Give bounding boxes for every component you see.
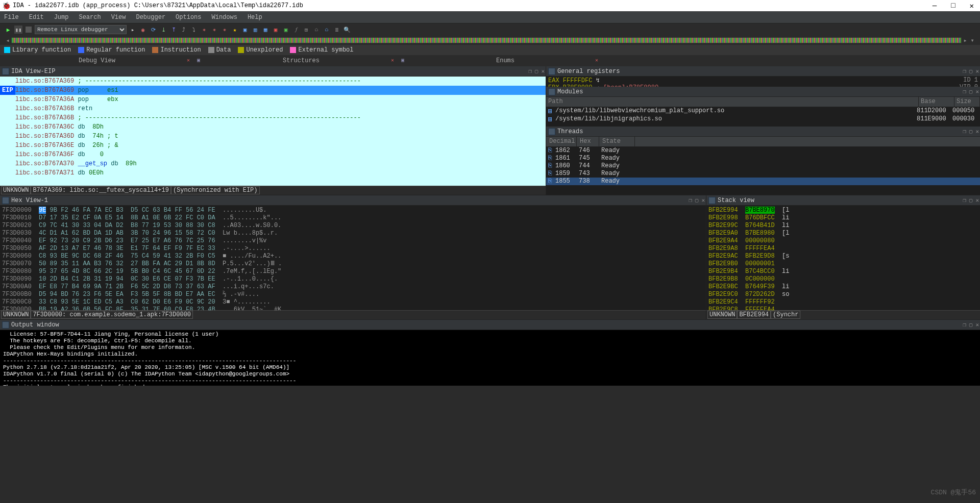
nav-left-icon[interactable]: ◂: [4, 37, 11, 44]
tab-icon[interactable]: ▣: [401, 55, 404, 66]
hex-line[interactable]: 7F3D00C0 33 C8 93 5E 1C ED C5 A3 C0 62 D…: [2, 298, 704, 306]
panel-min-icon[interactable]: ▢: [969, 321, 973, 328]
tool-icon[interactable]: ◉: [139, 26, 147, 34]
hex-line[interactable]: 7F3D0080 95 37 65 4D 8C 66 2C 19 5B B0 C…: [2, 268, 704, 275]
panel-min-icon[interactable]: ▢: [969, 88, 973, 95]
panel-close-icon[interactable]: ✕: [975, 128, 979, 135]
panel-min-icon[interactable]: ▢: [969, 128, 973, 135]
disasm-line[interactable]: libc.so:B767A36B ; ---------------------…: [15, 113, 546, 122]
run-button[interactable]: ▶: [4, 26, 12, 34]
disasm-line[interactable]: libc.so:B767A36A pop ebx: [15, 95, 546, 104]
panel-title[interactable]: IDA View-EIP ❐▢✕: [0, 66, 546, 77]
tab-icon[interactable]: ▣: [197, 55, 200, 66]
close-icon[interactable]: ✕: [595, 55, 598, 66]
disasm-line[interactable]: libc.so:B767A370 __get_sp db 89h: [15, 159, 546, 168]
stop-button[interactable]: [24, 26, 33, 34]
panel-restore-icon[interactable]: ❐: [963, 128, 966, 135]
hex-line[interactable]: 7F3D0050 AF 2D 13 A7 E7 46 78 3E E1 7F 6…: [2, 245, 704, 253]
tool-icon[interactable]: ▥: [251, 26, 259, 34]
thread-row[interactable]: ⎘1861745Ready: [546, 155, 980, 162]
module-row[interactable]: ▤/system/lib/libwebviewchromium_plat_sup…: [546, 107, 980, 115]
stack-line[interactable]: BFB2E9B4 B7C4BCC0 li: [708, 268, 978, 275]
tool-icon[interactable]: ⊞: [302, 26, 310, 34]
stack-line[interactable]: BFB2E9C0 872D262D so: [708, 291, 978, 298]
menu-jump[interactable]: Jump: [54, 14, 69, 21]
disasm-line[interactable]: libc.so:B767A36E db 26h ; &: [15, 141, 546, 150]
debugger-select[interactable]: Remote Linux debugger: [35, 25, 127, 34]
panel-close-icon[interactable]: ✕: [975, 68, 979, 74]
navigation-band[interactable]: ◂ ▸ ▾: [0, 36, 980, 45]
module-row[interactable]: ▤/system/lib/libjnigraphics.so811E900000…: [546, 115, 980, 123]
tab-structures[interactable]: Structures✕: [204, 55, 398, 66]
hex-line[interactable]: 7F3D0060 C8 93 BE 9C DC 68 2F 46 75 C4 5…: [2, 253, 704, 260]
stack-list[interactable]: BFB2E994 B7BE8970 [lBFB2E998 B76DBFCC li…: [706, 206, 980, 310]
panel-restore-icon[interactable]: ❐: [963, 197, 966, 204]
disasm-line[interactable]: libc.so:B767A369 ; ---------------------…: [15, 77, 546, 86]
output-text[interactable]: License: 57-BF5F-7D44-11 Jiang Ying, Per…: [0, 330, 980, 386]
tool-icon[interactable]: ⌂: [323, 26, 331, 34]
stack-line[interactable]: BFB2E9A0 B7BE8980 [l: [708, 230, 978, 237]
menu-file[interactable]: File: [4, 14, 19, 21]
panel-close-icon[interactable]: ✕: [541, 68, 545, 74]
panel-min-icon[interactable]: ▢: [535, 68, 538, 74]
panel-min-icon[interactable]: ▢: [695, 197, 699, 204]
stack-line[interactable]: BFB2E9AC BFB2E9D8 [s: [708, 253, 978, 260]
menu-options[interactable]: Options: [176, 14, 201, 21]
stack-line[interactable]: BFB2E9B0 00000001: [708, 260, 978, 268]
tool-icon[interactable]: ▣: [272, 26, 280, 34]
disasm-view[interactable]: EIP libc.so:B767A369 ; -----------------…: [0, 77, 546, 186]
panel-close-icon[interactable]: ✕: [975, 321, 979, 328]
menu-search[interactable]: Search: [79, 14, 101, 21]
hex-line[interactable]: 7F3D0030 4C D1 A1 62 BD DA 1D AB 3B 70 2…: [2, 230, 704, 237]
stack-line[interactable]: BFB2E998 B76DBFCC li: [708, 214, 978, 222]
hex-line[interactable]: 7F3D0010 D7 17 35 E2 CF 0A E5 14 8B A1 0…: [2, 214, 704, 222]
stack-line[interactable]: BFB2E99C B764B41D li: [708, 222, 978, 230]
registers-list[interactable]: EAX FFFFFDFC ↯ ID 1EBX B78E8980 ⇾ [heap]…: [546, 77, 980, 87]
hex-dump[interactable]: 7F3D0000 9E 9B F2 46 FA 7A EC B3 D5 CC 6…: [0, 206, 706, 310]
panel-min-icon[interactable]: ▢: [969, 197, 973, 204]
hex-line[interactable]: 7F3D0000 9E 9B F2 46 FA 7A EC B3 D5 CC 6…: [2, 207, 704, 214]
panel-min-icon[interactable]: ▢: [969, 68, 973, 74]
threads-list[interactable]: DecimalHexState ⎘1862746Ready⎘1861745Rea…: [546, 137, 980, 195]
thread-row[interactable]: ⎘1862746Ready: [546, 147, 980, 155]
menu-edit[interactable]: Edit: [29, 14, 44, 21]
hex-line[interactable]: 7F3D00D0 BB 19 A2 36 6B 56 FC 8F 35 31 7…: [2, 306, 704, 310]
hex-line[interactable]: 7F3D00B0 D5 94 BD 76 23 F6 5E EA F3 5B 5…: [2, 291, 704, 298]
thread-row[interactable]: ⎘1859743Ready: [546, 170, 980, 178]
thread-row[interactable]: ⎘1855738Ready: [546, 178, 980, 185]
panel-close-icon[interactable]: ✕: [975, 88, 979, 95]
pause-button[interactable]: ▮▮: [14, 26, 22, 34]
tool-icon[interactable]: ⤵: [190, 26, 198, 34]
tool-icon[interactable]: ▦: [261, 26, 270, 34]
tool-icon[interactable]: ▣: [241, 26, 249, 34]
tool-icon[interactable]: ≣: [333, 26, 341, 34]
disasm-line[interactable]: libc.so:B767A371 db 0E0h: [15, 168, 546, 178]
tool-icon[interactable]: ▣: [282, 26, 290, 34]
menu-windows[interactable]: Windows: [212, 14, 237, 21]
hex-line[interactable]: 7F3D0040 EF 92 73 20 C9 2B D6 23 E7 25 E…: [2, 237, 704, 245]
tab-enums[interactable]: Enums✕: [408, 55, 602, 66]
stack-line[interactable]: BFB2E9C8 FFFFFEA4: [708, 306, 978, 310]
tool-icon[interactable]: ⌂: [312, 26, 321, 34]
nav-dropdown-icon[interactable]: ▾: [969, 37, 976, 44]
panel-restore-icon[interactable]: ❐: [963, 88, 966, 95]
tool-icon[interactable]: ⟳: [149, 26, 157, 34]
panel-restore-icon[interactable]: ❐: [963, 321, 966, 328]
close-icon[interactable]: ✕: [187, 55, 190, 66]
tool-icon[interactable]: ⤒: [169, 26, 178, 34]
disasm-line[interactable]: libc.so:B767A369 pop esi: [15, 86, 546, 95]
menu-help[interactable]: Help: [248, 14, 262, 21]
close-icon[interactable]: ✕: [391, 55, 394, 66]
close-button[interactable]: ✕: [970, 2, 974, 10]
panel-restore-icon[interactable]: ❐: [528, 68, 532, 74]
tool-icon[interactable]: ✶: [200, 26, 208, 34]
stack-line[interactable]: BFB2E9A8 FFFFFEA4: [708, 245, 978, 253]
disasm-line[interactable]: libc.so:B767A36C db 8Dh: [15, 122, 546, 132]
disasm-line[interactable]: libc.so:B767A36F db 0: [15, 150, 546, 159]
stack-line[interactable]: BFB2E9C4 FFFFFF92: [708, 298, 978, 306]
menu-view[interactable]: View: [111, 14, 126, 21]
tool-icon[interactable]: ⤴: [180, 26, 188, 34]
tool-icon[interactable]: 𝑓: [292, 26, 300, 34]
tool-icon[interactable]: 🔍: [343, 26, 351, 34]
register-row[interactable]: EAX FFFFFDFC ↯ ID 1: [548, 77, 978, 84]
